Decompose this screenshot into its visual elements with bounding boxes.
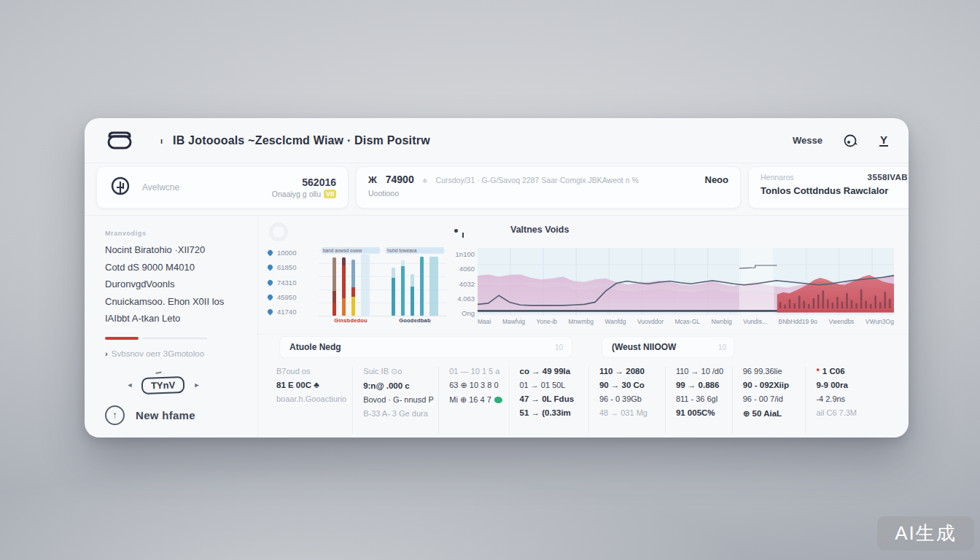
metric-row[interactable]: 51 → (0.33im: [520, 408, 588, 417]
area-y-label: 4.063: [457, 295, 475, 303]
usage-sub: Uootiooo: [368, 189, 728, 198]
table-title-left[interactable]: Atuole Nedg: [289, 342, 341, 352]
metric-row[interactable]: 63 ⊕ 10 3 8 0: [449, 381, 508, 390]
metric-row[interactable]: Bovod · G- nnusd P: [363, 395, 438, 404]
header-actions: Wesse Y: [793, 133, 888, 149]
metrics-table: B7oud os81 E 00C ♣boaar.h.GooactiurioSui…: [266, 367, 904, 433]
metric-row[interactable]: co → 49 99la: [520, 367, 588, 376]
area-chart[interactable]: [478, 248, 894, 315]
metric-row[interactable]: 81 E 00C ♣: [276, 381, 352, 389]
sidebar-item[interactable]: Cnuickamsoo. Ehon X0II los: [105, 295, 257, 308]
stats-row: Avelwcne 562016 Onaaiyg g ollu VII Ж 749…: [96, 166, 909, 209]
download-icon[interactable]: Y: [879, 134, 888, 147]
stat-card-average[interactable]: Avelwcne 562016 Onaaiyg g ollu VII: [96, 166, 349, 209]
area-chart-title: Valtnes Voids: [510, 225, 569, 235]
right-arrow-icon[interactable]: ►: [194, 381, 201, 389]
metric-row[interactable]: *1 C06: [816, 367, 904, 376]
area-x-label: Mnwmbg: [569, 318, 594, 325]
stat-label: Avelwcne: [142, 182, 179, 192]
title-mark: ı: [160, 136, 163, 145]
table-badge-right: 10: [718, 343, 726, 351]
metric-row[interactable]: B7oud os: [276, 367, 352, 376]
metric-row[interactable]: 96 - 00 7/id: [743, 394, 806, 403]
jar-logo-icon: [105, 130, 134, 152]
grey-rule: [143, 338, 207, 339]
stat-card-recorder[interactable]: Hennaros 3558IVAB Tonlos Cottdndus Rawcl…: [748, 166, 909, 209]
metric-row[interactable]: 96 - 0 39Gb: [599, 394, 665, 403]
area-x-label: Vuovddor: [637, 318, 664, 325]
metric-row[interactable]: Suic IB ⊙o: [363, 367, 438, 376]
metric-row[interactable]: 99 → 0.886: [676, 381, 732, 389]
bar-axis-entry: 61850: [268, 263, 296, 271]
metric-row[interactable]: 110 → 10 /d0: [676, 367, 732, 376]
chart-dot-icon: [454, 229, 458, 233]
metric-column: *1 C069-9 00ra-4 2.9nsail C6 7.3M: [805, 367, 904, 433]
pill-button[interactable]: TYnV: [141, 376, 185, 394]
metric-row[interactable]: ⊕ 50 AiaL: [743, 408, 806, 419]
bar-chart[interactable]: band aowsd ouwwGinsbdedouhuhd toweavaGoo…: [319, 249, 447, 316]
sidebar-item[interactable]: IAIbbt A-tkan Leto: [105, 312, 257, 325]
area-x-label: Mcas-GL: [675, 318, 700, 325]
bar-axis-entry: 74310: [268, 279, 296, 287]
area-y-label: 4060: [459, 265, 475, 273]
bar-group: band aowsd ouwwGinsbdedou: [319, 249, 383, 316]
chevron-right-icon: ›: [105, 349, 108, 358]
bar-chart-axis: 1000061850743104595041740: [268, 249, 296, 316]
bar: [411, 274, 414, 316]
metric-column: co → 49 99la01 → 01 50L47 → 0L Fdus51 → …: [509, 367, 588, 433]
metric-row[interactable]: 9:n@ .000 c: [363, 381, 438, 390]
sidebar-item[interactable]: Nocint Biratohio ·XII720: [105, 244, 257, 257]
metric-row[interactable]: B-33 A- 3 Ge dura: [363, 409, 438, 418]
metric-row[interactable]: 90 - 092Xiip: [743, 381, 806, 389]
area-x-label: Mawfvig: [502, 318, 525, 325]
area-x-label: Vundis...: [743, 318, 767, 325]
bar: [351, 260, 355, 316]
metric-row[interactable]: ail C6 7.3M: [816, 408, 904, 417]
recorder-code: 3558IVAB: [868, 173, 908, 182]
left-arrow-icon[interactable]: ◄: [126, 381, 133, 389]
metric-row[interactable]: -4 2.9ns: [816, 394, 904, 403]
area-y-label: 1n100: [456, 250, 475, 258]
sidebar-item[interactable]: Cotd dS 9000 M4010: [105, 261, 257, 274]
new-frame-button[interactable]: ↑ New hfame: [105, 405, 257, 425]
bar-group: huhd toweavaGoodedbab: [383, 249, 447, 316]
metric-row[interactable]: 9-9 00ra: [816, 381, 904, 389]
metric-row[interactable]: 90 → 30 Co: [599, 381, 665, 389]
area-x-label: Maai: [478, 318, 491, 325]
red-bar: [105, 337, 139, 340]
area-chart-y-axis: 1n100406040324.063Ong: [446, 250, 475, 317]
metric-row[interactable]: 110 → 2080: [599, 367, 665, 376]
metric-row[interactable]: 48 → 031 Mg: [599, 408, 665, 417]
clock-icon[interactable]: [843, 133, 859, 149]
user-label[interactable]: Wesse: [793, 135, 822, 146]
sidebar-footnote-link[interactable]: ›Svbsnov oerr 3Gmotoloo: [105, 349, 257, 358]
metric-row[interactable]: 811 - 36 6gl: [676, 394, 732, 403]
main-panel: Valtnes Voids 1000061850743104595041740 …: [257, 215, 909, 438]
area-x-label: Nwnbig: [711, 318, 731, 325]
usage-icon: Ж: [368, 174, 377, 185]
area-x-label: Wanfdg: [605, 318, 626, 325]
metric-row[interactable]: boaar.h.Gooactiurio: [276, 394, 352, 403]
metric-row[interactable]: 01 — 10 1 5 a: [449, 367, 508, 376]
metric-row[interactable]: 47 → 0L Fdus: [520, 394, 588, 403]
metric-row[interactable]: 01 → 01 50L: [520, 381, 588, 389]
ai-watermark: AI生成: [877, 516, 974, 551]
sidebar-accent-rule: [105, 337, 257, 340]
sidebar-list: Nocint Biratohio ·XII720Cotd dS 9000 M40…: [105, 244, 257, 325]
green-leaf-icon: [494, 397, 502, 403]
table-title-right[interactable]: (Weust NIIOOW: [612, 342, 676, 352]
metric-row[interactable]: 96 99.36lie: [743, 367, 806, 376]
usage-sup: ®: [423, 178, 427, 184]
metric-row[interactable]: Mi ⊕ 16 4 7: [449, 395, 508, 405]
sidebar-item[interactable]: DuronvgdVoonls: [105, 278, 257, 291]
recorder-label: Hennaros: [761, 173, 794, 182]
metric-row[interactable]: 91 005C%: [676, 408, 732, 417]
red-star-icon: *: [816, 367, 819, 376]
stat-card-usage[interactable]: Ж 74900 ® Cursdoy/31 · G-G/Savoq 2287 Sa…: [356, 166, 741, 209]
axis-marker-icon: [267, 249, 274, 257]
area-y-label: Ong: [462, 309, 475, 317]
usage-desc: Cursdoy/31 · G-G/Savoq 2287 Saar·Comgix …: [436, 176, 696, 184]
area-chart-x-axis: MaaiMawfvigYone-ibMnwmbgWanfdgVuovddorMc…: [478, 318, 894, 325]
bar-group-header: huhd toweava: [386, 247, 444, 254]
usage-action-button[interactable]: Neoo: [705, 174, 729, 185]
